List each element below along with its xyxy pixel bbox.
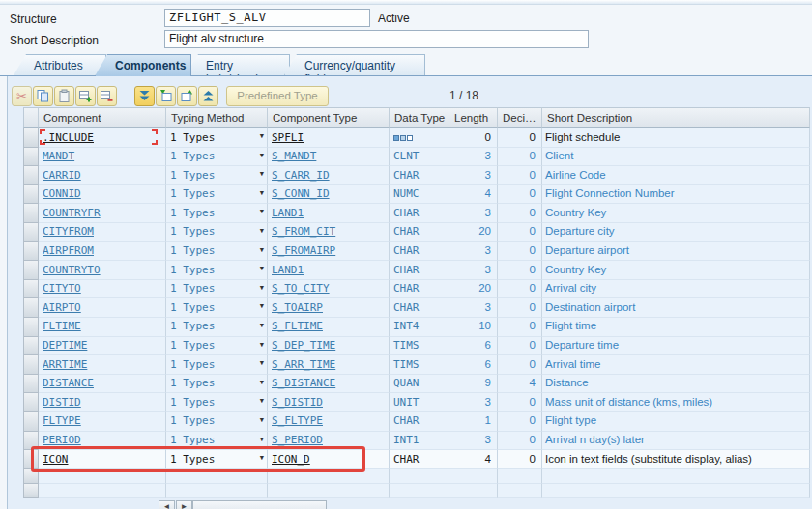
typing-method-dropdown-icon[interactable]: ▼ bbox=[260, 284, 264, 292]
typing-method-dropdown-icon[interactable]: ▼ bbox=[260, 341, 264, 349]
component-cell[interactable]: AIRPTO bbox=[39, 298, 166, 318]
tab-attributes[interactable]: Attributes bbox=[14, 54, 106, 75]
decimals-cell[interactable]: 0 bbox=[498, 242, 542, 262]
length-cell[interactable]: 3 bbox=[450, 204, 498, 223]
row-selector[interactable] bbox=[23, 148, 39, 167]
row-selector[interactable] bbox=[23, 337, 39, 356]
typing-method-cell[interactable]: 1 Types ▼ bbox=[166, 223, 268, 242]
typing-method-cell[interactable]: 1 Types ▼ bbox=[166, 393, 268, 412]
tab-currency-quantity-fields[interactable]: Currency/quantity fields bbox=[284, 54, 425, 75]
typing-method-dropdown-icon[interactable]: ▼ bbox=[260, 302, 264, 310]
length-cell[interactable]: 3 bbox=[450, 261, 498, 280]
short-description-cell[interactable]: Airline Code bbox=[542, 166, 810, 185]
length-cell[interactable] bbox=[450, 484, 498, 498]
typing-method-cell[interactable] bbox=[166, 484, 268, 498]
component-cell[interactable]: PERIOD bbox=[39, 432, 166, 451]
typing-method-dropdown-icon[interactable]: ▼ bbox=[260, 436, 264, 443]
structure-input[interactable]: ZFLIGHT_S_ALV bbox=[164, 9, 370, 27]
decimals-cell[interactable]: 0 bbox=[498, 223, 542, 242]
short-description-cell[interactable]: Arrival time bbox=[542, 355, 810, 375]
row-selector[interactable] bbox=[23, 375, 39, 394]
length-cell[interactable]: 20 bbox=[450, 223, 498, 242]
typing-method-dropdown-icon[interactable]: ▼ bbox=[260, 322, 264, 329]
data-type-cell[interactable] bbox=[390, 484, 450, 498]
typing-method-dropdown-icon[interactable]: ▼ bbox=[260, 454, 264, 462]
short-description-cell[interactable]: Country Key bbox=[542, 261, 810, 280]
component-type-cell[interactable]: S_PERIOD bbox=[268, 432, 390, 451]
length-cell[interactable]: 3 bbox=[450, 148, 498, 167]
short-description-cell[interactable]: Departure time bbox=[542, 337, 810, 356]
length-cell[interactable]: 1 bbox=[450, 412, 498, 432]
typing-method-cell[interactable]: 1 Types ▼ bbox=[166, 166, 268, 185]
typing-method-dropdown-icon[interactable]: ▼ bbox=[260, 379, 264, 386]
short-description-input[interactable]: Flight alv structure bbox=[164, 30, 589, 48]
typing-method-cell[interactable]: 1 Types ▼ bbox=[166, 450, 268, 469]
remove-line-button[interactable] bbox=[177, 86, 197, 106]
short-description-cell[interactable]: Arrival n day(s) later bbox=[542, 432, 810, 451]
typing-method-cell[interactable]: 1 Types ▼ bbox=[166, 298, 268, 318]
length-cell[interactable]: 6 bbox=[450, 355, 498, 375]
component-cell[interactable]: CONNID bbox=[39, 185, 166, 205]
typing-method-dropdown-icon[interactable]: ▼ bbox=[260, 132, 264, 140]
component-type-cell[interactable]: S_FROMAIRP bbox=[268, 242, 390, 262]
row-selector[interactable] bbox=[23, 166, 39, 185]
decimals-cell[interactable]: 4 bbox=[498, 375, 542, 394]
decimals-cell[interactable]: 0 bbox=[498, 166, 542, 185]
data-type-cell[interactable]: CHAR bbox=[390, 242, 450, 262]
component-cell[interactable]: FLTIME bbox=[39, 318, 166, 337]
decimals-cell[interactable]: 0 bbox=[498, 432, 542, 451]
collapse-button[interactable] bbox=[198, 86, 218, 106]
typing-method-cell[interactable]: 1 Types ▼ bbox=[166, 185, 268, 205]
component-type-cell[interactable]: S_CARR_ID bbox=[268, 166, 390, 185]
row-selector[interactable] bbox=[23, 298, 39, 318]
length-cell[interactable]: 3 bbox=[450, 242, 498, 262]
component-cell[interactable]: DEPTIME bbox=[39, 337, 166, 356]
length-cell[interactable]: 10 bbox=[450, 318, 498, 337]
cut-button[interactable]: ✂ bbox=[12, 86, 32, 106]
component-cell[interactable]: CARRID bbox=[39, 166, 166, 185]
component-cell[interactable]: COUNTRYTO bbox=[39, 261, 166, 280]
length-cell[interactable]: 0 bbox=[450, 128, 498, 148]
component-type-cell[interactable]: S_ARR_TIME bbox=[268, 355, 390, 375]
short-description-cell[interactable]: Departure city bbox=[542, 223, 810, 242]
row-selector[interactable] bbox=[23, 469, 39, 484]
component-cell[interactable] bbox=[39, 484, 166, 498]
short-description-cell[interactable]: Flight time bbox=[542, 318, 810, 337]
component-cell[interactable]: CITYTO bbox=[39, 280, 166, 299]
data-type-cell[interactable]: TIMS bbox=[390, 355, 450, 375]
row-selector[interactable] bbox=[23, 432, 39, 451]
typing-method-cell[interactable]: 1 Types ▼ bbox=[166, 375, 268, 394]
component-cell[interactable]: DISTANCE bbox=[39, 375, 166, 394]
short-description-cell[interactable]: Arrival city bbox=[542, 280, 810, 299]
component-cell[interactable]: ARRTIME bbox=[39, 355, 166, 375]
typing-method-dropdown-icon[interactable]: ▼ bbox=[260, 359, 264, 367]
component-type-cell[interactable]: LAND1 bbox=[268, 204, 390, 223]
decimals-cell[interactable]: 0 bbox=[498, 355, 542, 375]
data-type-cell[interactable]: CHAR bbox=[390, 223, 450, 242]
typing-method-cell[interactable]: 1 Types ▼ bbox=[166, 355, 268, 375]
length-cell[interactable]: 4 bbox=[450, 185, 498, 205]
component-type-cell[interactable] bbox=[268, 484, 390, 498]
short-description-cell[interactable]: Client bbox=[542, 148, 810, 167]
typing-method-cell[interactable]: 1 Types ▼ bbox=[166, 280, 268, 299]
data-type-cell[interactable]: NUMC bbox=[390, 185, 450, 205]
typing-method-dropdown-icon[interactable]: ▼ bbox=[260, 152, 264, 159]
short-description-cell[interactable]: Departure airport bbox=[542, 242, 810, 262]
data-type-cell[interactable]: CHAR bbox=[390, 280, 450, 299]
short-description-cell[interactable] bbox=[542, 484, 810, 498]
delete-row-button[interactable] bbox=[97, 86, 117, 106]
row-selector[interactable] bbox=[23, 128, 39, 148]
decimals-cell[interactable] bbox=[498, 484, 542, 498]
typing-method-cell[interactable]: 1 Types ▼ bbox=[166, 337, 268, 356]
typing-method-dropdown-icon[interactable]: ▼ bbox=[260, 208, 264, 215]
typing-method-cell[interactable]: 1 Types ▼ bbox=[166, 412, 268, 432]
row-selector[interactable] bbox=[23, 223, 39, 242]
tab-components[interactable]: Components bbox=[95, 54, 191, 76]
data-type-cell[interactable]: QUAN bbox=[390, 375, 450, 394]
horizontal-scrollbar-thumb[interactable] bbox=[192, 500, 327, 509]
component-type-cell[interactable]: S_FLTIME bbox=[268, 318, 390, 337]
decimals-cell[interactable]: 0 bbox=[498, 450, 542, 469]
scroll-right-button[interactable]: ► bbox=[176, 500, 192, 509]
scroll-left-button[interactable]: ◄ bbox=[159, 500, 175, 509]
component-type-cell[interactable]: S_FLTYPE bbox=[268, 412, 390, 432]
